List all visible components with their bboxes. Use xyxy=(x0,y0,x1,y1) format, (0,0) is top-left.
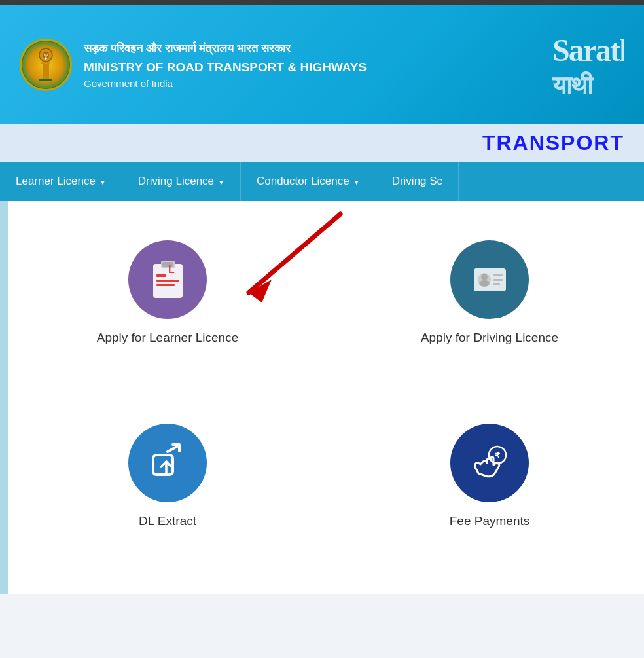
svg-rect-21 xyxy=(493,274,503,276)
nav-driving-school-label: Driving Sc xyxy=(392,175,442,188)
main-content: L Apply for Learner Licence Apply for Dr… xyxy=(0,201,644,594)
nav-learner-label: Learner Licence xyxy=(16,175,96,188)
apply-driving-label: Apply for Driving Licence xyxy=(421,331,558,345)
svg-text:L: L xyxy=(168,264,175,275)
emblem-inner: 🦁 ✦ xyxy=(22,41,69,88)
apply-driving-card[interactable]: Apply for Driving Licence xyxy=(348,227,631,358)
svg-rect-23 xyxy=(493,283,500,285)
svg-rect-4 xyxy=(39,79,52,81)
header-text: सड़क परिवहन और राजमार्ग मंत्रालय भारत सर… xyxy=(84,41,367,89)
svg-rect-15 xyxy=(156,284,175,286)
header-left: 🦁 ✦ सड़क परिवहन और राजमार्ग मंत्रालय भार… xyxy=(20,39,367,91)
driving-dropdown-arrow: ▼ xyxy=(218,179,224,186)
saathi-logo: Sarath याथी xyxy=(546,15,624,115)
svg-line-25 xyxy=(168,445,179,452)
government-emblem: 🦁 ✦ xyxy=(20,39,72,91)
navigation-bar: Learner Licence ▼ Driving Licence ▼ Cond… xyxy=(0,162,644,201)
svg-point-20 xyxy=(479,280,490,287)
hindi-title: सड़क परिवहन और राजमार्ग मंत्रालय भारत सर… xyxy=(84,41,367,57)
fee-payments-card[interactable]: ₹ Fee Payments xyxy=(348,411,631,541)
nav-learner-licence[interactable]: Learner Licence ▼ xyxy=(0,162,122,201)
learner-dropdown-arrow: ▼ xyxy=(99,179,106,186)
learner-licence-icon-circle: L xyxy=(128,240,207,319)
nav-conductor-label: Conductor Licence xyxy=(257,175,349,188)
dl-extract-card[interactable]: DL Extract xyxy=(26,411,309,541)
left-accent xyxy=(0,201,8,594)
nav-conductor-licence[interactable]: Conductor Licence ▼ xyxy=(241,162,376,201)
apply-learner-card[interactable]: L Apply for Learner Licence xyxy=(26,227,309,358)
svg-text:✦: ✦ xyxy=(44,56,48,61)
svg-rect-14 xyxy=(156,280,179,282)
transport-banner: TRANSPORT xyxy=(0,124,644,162)
ministry-title: MINISTRY OF ROAD TRANSPORT & HIGHWAYS xyxy=(84,60,367,76)
svg-rect-2 xyxy=(41,62,50,64)
dl-extract-label: DL Extract xyxy=(139,514,196,528)
govt-subtitle: Government of India xyxy=(84,78,367,89)
transport-text: TRANSPORT xyxy=(482,131,624,155)
svg-text:याथी: याथी xyxy=(552,71,594,99)
fee-payments-label: Fee Payments xyxy=(450,514,530,528)
dl-extract-icon-circle xyxy=(128,424,207,502)
nav-driving-licence[interactable]: Driving Licence ▼ xyxy=(122,162,241,201)
browser-bar xyxy=(0,0,644,5)
apply-learner-label: Apply for Learner Licence xyxy=(97,331,239,345)
svg-text:Sarath: Sarath xyxy=(552,33,624,67)
header: 🦁 ✦ सड़क परिवहन और राजमार्ग मंत्रालय भार… xyxy=(0,5,644,124)
nav-driving-label: Driving Licence xyxy=(138,175,214,188)
svg-text:₹: ₹ xyxy=(495,450,501,460)
fee-payments-icon-circle: ₹ xyxy=(450,424,529,502)
svg-point-19 xyxy=(481,274,488,280)
svg-rect-3 xyxy=(43,64,49,79)
conductor-dropdown-arrow: ▼ xyxy=(353,179,360,186)
driving-licence-icon-circle xyxy=(450,240,529,319)
svg-rect-13 xyxy=(156,274,166,277)
nav-driving-school[interactable]: Driving Sc xyxy=(376,162,459,201)
svg-rect-22 xyxy=(493,279,503,281)
